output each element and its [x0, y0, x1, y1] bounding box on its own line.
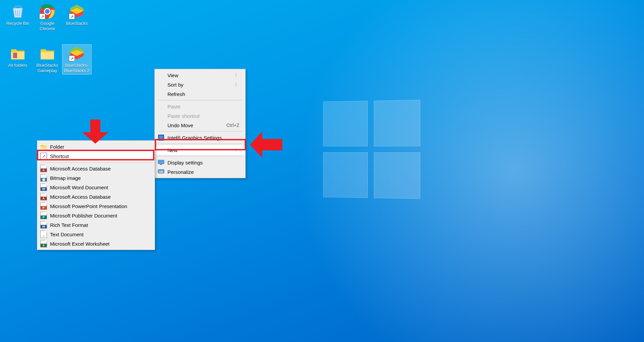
bluestacks-icon: ↗	[69, 3, 85, 19]
menu-separator	[41, 162, 151, 162]
submenu-item-powerpoint[interactable]: PMicrosoft PowerPoint Presentation	[37, 201, 155, 211]
word-file-icon: W	[40, 184, 47, 191]
desktop-icon-all-folders[interactable]: All folders	[4, 45, 32, 68]
submenu-item-access2[interactable]: AMicrosoft Access Database	[37, 192, 155, 201]
submenu-item-word[interactable]: WMicrosoft Word Document	[37, 183, 155, 192]
new-submenu: Folder ↗Shortcut AMicrosoft Access Datab…	[37, 140, 155, 250]
publisher-file-icon: P	[40, 212, 47, 219]
desktop-icon-label: All folders	[8, 63, 27, 68]
menu-item-intel-graphics[interactable]: Intel® Graphics Settings	[155, 133, 245, 142]
menu-item-paste-shortcut: Paste shortcut	[155, 111, 245, 120]
menu-shortcut-text: Ctrl+Z	[227, 123, 240, 128]
svg-rect-5	[159, 136, 163, 140]
rtf-file-icon: W	[40, 221, 47, 229]
monitor-icon	[157, 159, 165, 166]
chevron-right-icon: 〉	[235, 82, 239, 88]
desktop-icon-bluestacks2-selected[interactable]: ↗ BlueStacks-BlueStacks 2	[62, 45, 91, 74]
shortcut-overlay-icon: ↗	[69, 55, 75, 61]
powerpoint-file-icon: P	[40, 202, 47, 210]
svg-point-2	[45, 9, 50, 14]
desktop-icon-label: BlueStacks-BlueStacks 2	[64, 63, 90, 73]
access-file-icon: A	[40, 193, 47, 200]
svg-rect-7	[160, 164, 162, 165]
menu-separator	[158, 156, 242, 156]
desktop-icon-label: BlueStacks	[66, 21, 88, 26]
bitmap-file-icon: ▦	[40, 174, 47, 182]
menu-item-new[interactable]: New〉	[155, 145, 245, 155]
windows-logo	[323, 100, 420, 199]
submenu-item-shortcut[interactable]: ↗Shortcut	[37, 151, 155, 161]
desktop-icon-recycle-bin[interactable]: Recycle Bin	[4, 3, 32, 26]
text-file-icon: ≡	[40, 231, 47, 238]
menu-item-personalize[interactable]: Personalize	[155, 167, 245, 177]
menu-item-display-settings[interactable]: Display settings	[155, 158, 245, 167]
menu-item-refresh[interactable]: Refresh	[155, 89, 245, 99]
desktop-icon-chrome[interactable]: ↗ Google Chrome	[34, 3, 61, 32]
recycle-bin-icon	[10, 3, 26, 19]
menu-item-paste: Paste	[155, 102, 245, 111]
intel-icon	[157, 134, 165, 141]
menu-separator	[158, 131, 242, 132]
folder-icon	[40, 143, 47, 150]
menu-separator	[158, 144, 242, 144]
desktop-icon-label: BlueStacks Gameplay	[36, 63, 58, 73]
submenu-item-publisher[interactable]: PMicrosoft Publisher Document	[37, 211, 155, 220]
submenu-item-excel[interactable]: XMicrosoft Excel Worksheet	[37, 239, 155, 248]
menu-item-sort-by[interactable]: Sort by〉	[155, 80, 245, 89]
menu-item-view[interactable]: View〉	[155, 70, 245, 80]
folder-icon	[39, 45, 55, 61]
desktop-context-menu: View〉 Sort by〉 Refresh Paste Paste short…	[154, 69, 246, 178]
submenu-item-rtf[interactable]: WRich Text Format	[37, 220, 155, 230]
menu-separator	[158, 100, 242, 100]
desktop-icon-label: Google Chrome	[40, 21, 55, 31]
desktop-icon-label: Recycle Bin	[6, 21, 30, 26]
svg-rect-8	[158, 169, 164, 173]
svg-rect-6	[158, 160, 164, 164]
desktop-icon-bluestacks[interactable]: ↗ BlueStacks	[63, 3, 91, 26]
menu-item-undo-move[interactable]: Undo MoveCtrl+Z	[155, 120, 245, 130]
submenu-item-access[interactable]: AMicrosoft Access Database	[37, 164, 155, 173]
desktop[interactable]: Recycle Bin ↗ Google Chrome ↗ BlueStacks…	[0, 0, 644, 342]
desktop-icon-bluestacks-gameplay[interactable]: BlueStacks Gameplay	[34, 45, 61, 74]
chrome-icon: ↗	[39, 3, 55, 19]
personalize-icon	[157, 168, 165, 176]
shortcut-overlay-icon: ↗	[39, 13, 45, 19]
chevron-right-icon: 〉	[235, 147, 239, 153]
shortcut-icon: ↗	[40, 152, 47, 160]
shortcut-overlay-icon: ↗	[69, 13, 75, 19]
folder-icon	[10, 45, 26, 61]
svg-rect-3	[13, 53, 17, 58]
access-file-icon: A	[40, 165, 47, 172]
submenu-item-bitmap[interactable]: ▦Bitmap image	[37, 173, 155, 183]
chevron-right-icon: 〉	[235, 72, 239, 78]
bluestacks-icon: ↗	[69, 45, 85, 61]
submenu-item-text[interactable]: ≡Text Document	[37, 230, 155, 239]
excel-file-icon: X	[40, 240, 47, 247]
